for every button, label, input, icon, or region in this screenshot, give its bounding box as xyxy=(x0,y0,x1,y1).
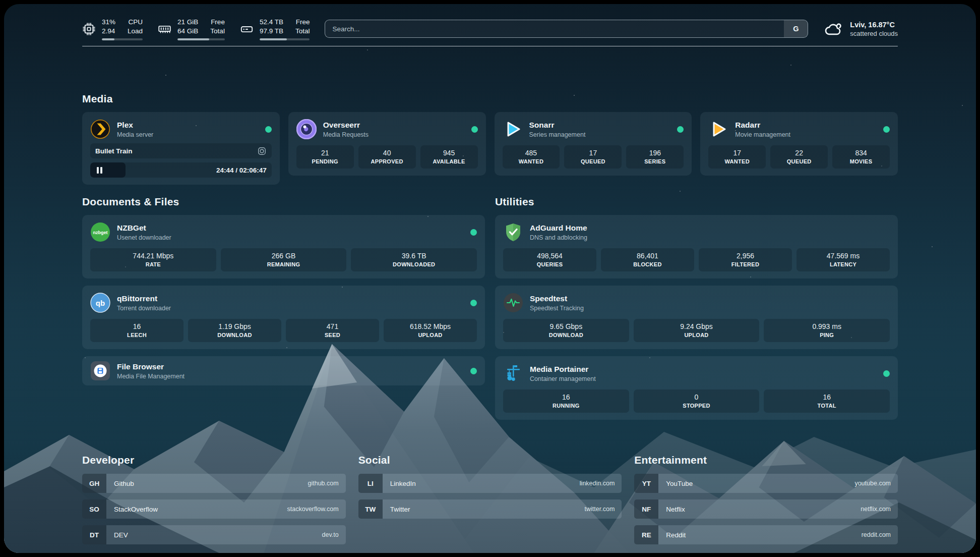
bookmark-url: twitter.com xyxy=(585,506,615,513)
plex-icon xyxy=(90,119,110,139)
service-card-radarr[interactable]: Radarr Movie management 17 WANTED 22 QUE… xyxy=(700,112,898,176)
nzbget-icon: nzbget xyxy=(90,222,110,242)
service-subtitle: DNS and adblocking xyxy=(530,234,587,241)
cpu-usage-label: CPU xyxy=(128,18,143,27)
status-dot xyxy=(883,126,890,133)
service-card-nzbget[interactable]: nzbget NZBGet Usenet downloader 744.21 M… xyxy=(82,215,485,278)
bookmark-abbr: GH xyxy=(82,474,106,493)
filebrowser-icon xyxy=(90,361,110,381)
bookmark-linkedin[interactable]: LI LinkedIn linkedin.com xyxy=(358,474,622,493)
disk-total-label: Total xyxy=(295,27,310,36)
sonarr-icon xyxy=(503,119,523,139)
service-card-adguard[interactable]: AdGuard Home DNS and adblocking 498,564 … xyxy=(495,215,898,278)
section-title-documents: Documents & Files xyxy=(82,196,485,208)
bookmark-name: DEV xyxy=(114,531,128,539)
service-card-filebrowser[interactable]: File Browser Media File Management xyxy=(82,356,485,385)
status-dot xyxy=(677,126,684,133)
bookmark-netflix[interactable]: NF Netflix netflix.com xyxy=(634,499,898,519)
service-subtitle: Media File Management xyxy=(117,373,185,380)
bookmark-url: netflix.com xyxy=(861,506,891,513)
service-subtitle: Movie management xyxy=(735,131,790,138)
disk-progress-track xyxy=(260,38,310,40)
bookmark-twitter[interactable]: TW Twitter twitter.com xyxy=(358,499,622,519)
search-input[interactable] xyxy=(325,20,784,37)
stat-total: 16 TOTAL xyxy=(764,389,890,413)
memory-progress-fill xyxy=(177,38,209,40)
memory-icon xyxy=(158,22,171,36)
service-title: Sonarr xyxy=(529,120,586,130)
bookmark-dev[interactable]: DT DEV dev.to xyxy=(82,525,346,544)
stat-wanted: 485 WANTED xyxy=(503,145,560,169)
status-dot xyxy=(470,368,477,374)
service-title: Overseerr xyxy=(323,120,369,130)
bookmark-name: Reddit xyxy=(666,531,686,539)
cpu-usage-value: 31% xyxy=(102,18,115,27)
bookmark-abbr: TW xyxy=(358,499,383,519)
stat-upload: 618.52 Mbps UPLOAD xyxy=(384,319,477,342)
service-card-speedtest[interactable]: Speedtest Speedtest Tracking 9.65 Gbps D… xyxy=(495,286,898,349)
disk-progress-fill xyxy=(260,38,287,40)
service-card-qbittorrent[interactable]: qb qBittorrent Torrent downloader 16 xyxy=(82,286,485,349)
bookmark-url: linkedin.com xyxy=(580,480,615,487)
section-title-social: Social xyxy=(358,454,622,466)
bookmark-github[interactable]: GH Github github.com xyxy=(82,474,346,493)
service-card-overseerr[interactable]: Overseerr Media Requests 21 PENDING 40 A… xyxy=(288,112,486,176)
service-subtitle: Media server xyxy=(117,131,153,138)
stat-wanted: 17 WANTED xyxy=(708,145,766,169)
now-playing-title: Bullet Train xyxy=(95,147,133,155)
bookmark-stackoverflow[interactable]: SO StackOverflow stackoverflow.com xyxy=(82,499,346,519)
service-card-sonarr[interactable]: Sonarr Series management 485 WANTED 17 Q… xyxy=(495,112,692,176)
service-subtitle: Series management xyxy=(529,131,586,138)
service-title: AdGuard Home xyxy=(530,223,587,233)
service-card-plex[interactable]: Plex Media server Bullet Train xyxy=(82,112,280,185)
bookmark-name: StackOverflow xyxy=(114,506,158,513)
section-title-utilities: Utilities xyxy=(495,196,898,208)
service-card-portainer[interactable]: Media Portainer Container management 16 … xyxy=(495,356,898,420)
disk-free-value: 52.4 TB xyxy=(260,18,283,27)
cpu-progress-track xyxy=(102,38,143,40)
bookmark-abbr: NF xyxy=(634,499,658,519)
bookmark-group-social: Social LI LinkedIn linkedin.com TW Twitt… xyxy=(358,454,622,544)
service-subtitle: Torrent downloader xyxy=(117,305,171,312)
bookmark-abbr: SO xyxy=(82,499,106,519)
topbar-separator xyxy=(82,46,898,47)
service-subtitle: Container management xyxy=(530,375,596,382)
stat-download: 9.65 Gbps DOWNLOAD xyxy=(503,319,629,342)
section-title-media: Media xyxy=(82,93,898,105)
portainer-icon xyxy=(503,363,523,383)
now-playing-view-icon[interactable] xyxy=(257,146,267,156)
service-title: Plex xyxy=(117,120,153,130)
stat-remaining: 266 GB REMAINING xyxy=(221,248,347,271)
status-dot xyxy=(470,229,477,236)
bookmark-url: github.com xyxy=(308,480,339,487)
service-subtitle: Speedtest Tracking xyxy=(530,305,584,312)
cpu-icon xyxy=(82,22,96,36)
stat-leech: 16 LEECH xyxy=(90,319,183,342)
search-provider-button[interactable]: G xyxy=(784,20,808,37)
bookmark-youtube[interactable]: YT YouTube youtube.com xyxy=(634,474,898,493)
service-subtitle: Media Requests xyxy=(323,131,369,138)
service-title: File Browser xyxy=(117,362,185,371)
bookmark-name: LinkedIn xyxy=(390,480,416,487)
bookmark-name: Twitter xyxy=(390,506,410,513)
documents-column: Documents & Files nzbget NZBGet Usenet d… xyxy=(82,196,485,385)
disk-icon xyxy=(240,22,254,36)
memory-total-label: Total xyxy=(210,27,225,36)
status-dot xyxy=(471,126,478,133)
bookmark-group-developer: Developer GH Github github.com SO StackO… xyxy=(82,454,346,544)
service-title: Media Portainer xyxy=(530,364,596,374)
memory-free-value: 21 GiB xyxy=(177,18,198,27)
svg-text:qb: qb xyxy=(96,299,105,307)
bookmark-name: YouTube xyxy=(666,480,693,487)
stat-queued: 17 QUEUED xyxy=(564,145,622,169)
stat-filtered: 2,956 FILTERED xyxy=(699,248,792,271)
section-title-developer: Developer xyxy=(82,454,346,466)
weather-location-temp: Lviv, 16.87°C xyxy=(850,21,898,29)
bookmark-reddit[interactable]: RE Reddit reddit.com xyxy=(634,525,898,544)
stat-movies: 834 MOVIES xyxy=(832,145,890,169)
status-dot xyxy=(883,370,890,377)
bookmark-abbr: LI xyxy=(358,474,383,493)
stat-queries: 498,564 QUERIES xyxy=(503,248,596,271)
bookmark-group-entertainment: Entertainment YT YouTube youtube.com NF … xyxy=(634,454,898,544)
weather-widget: Lviv, 16.87°C scattered clouds xyxy=(823,19,898,39)
